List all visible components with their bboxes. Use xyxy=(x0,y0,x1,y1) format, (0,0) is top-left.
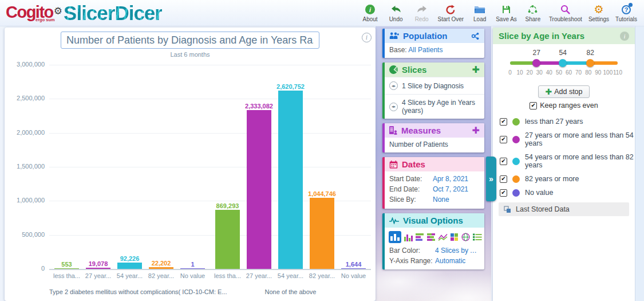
toolbar-redo: Redo xyxy=(412,4,432,22)
slice-toggle-icon: ◂▸ xyxy=(389,103,398,111)
line-chart-icon[interactable] xyxy=(438,233,448,241)
legend-checkbox[interactable] xyxy=(500,118,507,126)
horizontal-bar-chart-icon[interactable] xyxy=(416,233,424,241)
slice-by-age-panel: Slice by Age in Years i 0102030405060708… xyxy=(493,28,635,301)
chart-info-icon[interactable]: i xyxy=(362,33,372,42)
bar-group: 869,2932,333,0822,620,7521,044,7461,644 xyxy=(210,65,371,269)
scrollbar-strip[interactable] xyxy=(635,26,644,301)
y-axis-tick-label: 0 xyxy=(41,265,45,272)
end-date-row: End Date: Oct 7, 2021 xyxy=(385,184,484,194)
bar-value-label: 869,293 xyxy=(216,202,239,209)
undo-arrow-icon xyxy=(390,4,402,15)
slice-by-link[interactable]: None xyxy=(433,196,449,204)
group-labels: Type 2 diabetes mellitus without complic… xyxy=(49,288,371,295)
layers-icon xyxy=(504,206,511,213)
vertical-bar-chart-icon[interactable] xyxy=(389,231,401,243)
bar-value-label: 553 xyxy=(61,261,72,268)
keep-ranges-checkbox[interactable] xyxy=(530,102,537,110)
slice-by-row: Slice By: None xyxy=(385,194,484,205)
measure-item[interactable]: Number of Patients xyxy=(385,138,484,153)
slider-stop-value: 54 xyxy=(559,49,567,57)
legend-color-dot xyxy=(512,175,520,183)
bar-value-label: 2,620,752 xyxy=(276,83,305,90)
hierarchy-icon[interactable] xyxy=(471,32,480,40)
legend-item[interactable]: 82 years or more xyxy=(500,175,635,183)
slice-item-age[interactable]: ◂▸ 4 Slices by Age in Years (years) xyxy=(385,94,484,119)
bar-value-label: 1,044,746 xyxy=(308,190,336,197)
legend-checkbox[interactable] xyxy=(500,136,507,143)
list-chart-icon[interactable] xyxy=(473,233,482,241)
criteria-panel-column: Population Base: All Patients Slices ✚ xyxy=(376,26,491,301)
add-stop-button[interactable]: ✚ Add stop xyxy=(538,85,589,98)
slice-panel-info-icon[interactable]: i xyxy=(620,32,629,41)
floppy-disk-icon xyxy=(502,4,511,15)
x-axis-category-label: less tha... xyxy=(212,272,243,279)
toolbar-tutorials[interactable]: ? Tutorials xyxy=(615,4,637,22)
cogito-gear-icon: ⚙ xyxy=(54,2,62,19)
x-axis-category-label: 82 year... xyxy=(306,272,338,279)
toolbar-save-as[interactable]: Save As xyxy=(496,4,517,22)
toolbar-start-over[interactable]: Start Over xyxy=(438,4,464,22)
expand-panel-tab[interactable]: » xyxy=(486,157,496,201)
slice-item-diagnosis[interactable]: ◂▸ 1 Slice by Diagnosis xyxy=(385,77,484,94)
y-axis-tick-label: 500,000 xyxy=(22,231,45,238)
legend-item[interactable]: No value xyxy=(500,189,635,197)
add-slice-icon[interactable]: ✚ xyxy=(472,65,480,75)
bar-value-label: 92,226 xyxy=(120,255,140,262)
chart-title-input[interactable] xyxy=(61,32,319,49)
bar xyxy=(341,268,366,269)
toolbar-settings[interactable]: ⚙ Settings xyxy=(588,4,609,22)
bar-color-row: Bar Color: 4 Slices by Age in Yea... xyxy=(385,245,484,256)
toolbar-load[interactable]: Load xyxy=(470,4,489,22)
toolbar-share[interactable]: Share xyxy=(523,4,543,22)
main-area: i Last 6 months 3,000,0002,500,0002,000,… xyxy=(0,26,644,301)
y-axis-range-link[interactable]: Automatic xyxy=(435,257,465,265)
toolbar-undo[interactable]: Undo xyxy=(386,4,406,22)
legend-checkbox[interactable] xyxy=(500,189,507,197)
slider-stop-handle[interactable] xyxy=(532,59,540,67)
slider-stop-value: 27 xyxy=(532,49,540,57)
bar xyxy=(278,91,303,269)
slider-stop-handle[interactable] xyxy=(559,59,567,67)
y-axis-tick-label: 3,000,000 xyxy=(17,61,45,68)
legend-item[interactable]: 54 years or more and less than 82 years xyxy=(500,153,635,169)
bar xyxy=(86,268,110,269)
end-date-link[interactable]: Oct 7, 2021 xyxy=(433,185,468,193)
start-date-link[interactable]: Apr 8, 2021 xyxy=(433,175,468,183)
add-measure-icon[interactable]: ✚ xyxy=(472,126,480,135)
stacked-bar-chart-icon[interactable] xyxy=(427,233,436,241)
y-axis-tick-label: 1,500,000 xyxy=(17,163,45,170)
x-axis-labels: less tha...27 year...54 year...82 year..… xyxy=(49,272,371,279)
toolbar-about[interactable]: i About xyxy=(361,4,380,22)
x-axis-category-label: 82 year... xyxy=(145,272,177,279)
open-folder-icon xyxy=(474,4,485,15)
slider-tick-label: 30 xyxy=(536,69,543,76)
slider-stop-value: 82 xyxy=(586,49,594,57)
bar-group: 55319,07892,22622,2021 xyxy=(49,65,210,269)
slider-tick-label: 0 xyxy=(508,69,512,76)
restart-arrow-icon xyxy=(445,4,456,15)
grouped-bar-chart-icon[interactable] xyxy=(404,233,413,241)
age-range-slider[interactable]: 0102030405060708090100110 275482 xyxy=(510,49,618,84)
slider-stop-handle[interactable] xyxy=(586,59,594,67)
bar-value-label: 22,202 xyxy=(152,260,171,267)
last-stored-data-row[interactable]: Last Stored Data xyxy=(499,202,629,216)
legend-checkbox[interactable] xyxy=(500,175,507,183)
ergo-sum-label: ergo sum xyxy=(35,17,55,22)
x-axis-category-label: 27 year... xyxy=(82,272,114,279)
info-circle-icon: i xyxy=(365,5,375,14)
legend-item[interactable]: less than 27 years xyxy=(500,118,635,126)
measures-card: Measures ✚ Number of Patients xyxy=(382,123,484,153)
bar-color-link[interactable]: 4 Slices by Age in Yea... xyxy=(435,247,480,255)
population-title: Population xyxy=(403,31,448,41)
slider-tick-label: 50 xyxy=(556,69,562,76)
chart-type-row xyxy=(385,228,484,245)
population-base-link[interactable]: All Patients xyxy=(408,46,442,54)
y-axis-tick-label: 1,000,000 xyxy=(17,197,45,204)
legend-item[interactable]: 27 years or more and less than 54 years xyxy=(500,131,635,147)
slider-tick-labels: 0102030405060708090100110 xyxy=(510,69,618,77)
heatmap-chart-icon[interactable] xyxy=(451,233,459,241)
globe-chart-icon[interactable] xyxy=(461,233,470,241)
toolbar-troubleshoot[interactable]: Troubleshoot xyxy=(549,4,582,22)
legend-checkbox[interactable] xyxy=(500,158,507,165)
